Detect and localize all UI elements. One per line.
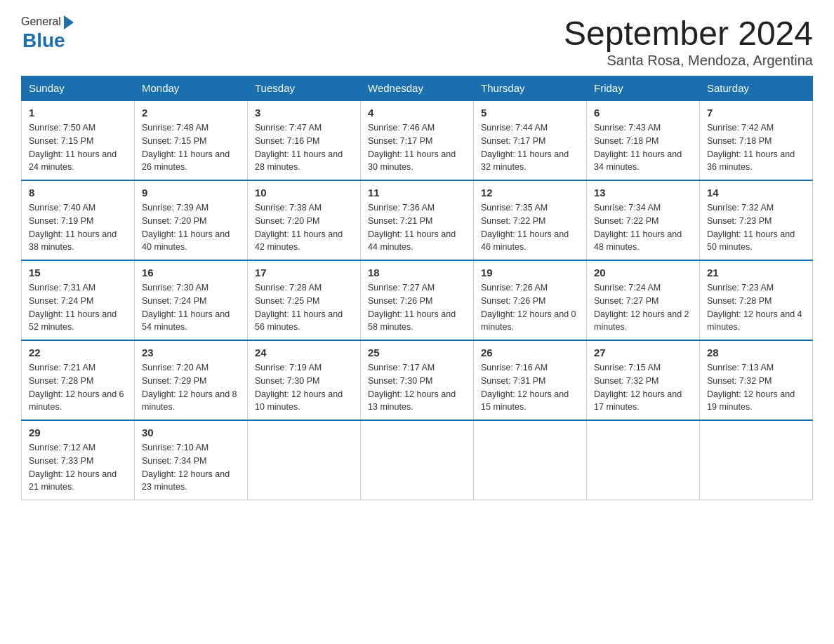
- day-info: Sunrise: 7:32 AMSunset: 7:23 PMDaylight:…: [707, 201, 805, 254]
- calendar-cell: 30 Sunrise: 7:10 AMSunset: 7:34 PMDaylig…: [135, 420, 248, 500]
- day-info: Sunrise: 7:21 AMSunset: 7:28 PMDaylight:…: [29, 361, 127, 414]
- day-number: 4: [368, 107, 466, 119]
- calendar-cell: 1 Sunrise: 7:50 AMSunset: 7:15 PMDayligh…: [22, 100, 135, 180]
- weekday-header-row: SundayMondayTuesdayWednesdayThursdayFrid…: [22, 76, 813, 101]
- day-number: 29: [29, 427, 127, 438]
- page-header: General Blue September 2024 Santa Rosa, …: [21, 14, 813, 69]
- weekday-header-sunday: Sunday: [22, 76, 135, 101]
- day-number: 15: [29, 267, 127, 279]
- calendar-cell: 6 Sunrise: 7:43 AMSunset: 7:18 PMDayligh…: [587, 100, 700, 180]
- calendar-cell: 2 Sunrise: 7:48 AMSunset: 7:15 PMDayligh…: [135, 100, 248, 180]
- day-info: Sunrise: 7:44 AMSunset: 7:17 PMDaylight:…: [481, 121, 579, 174]
- calendar-cell: 15 Sunrise: 7:31 AMSunset: 7:24 PMDaylig…: [22, 260, 135, 340]
- calendar-cell: 21 Sunrise: 7:23 AMSunset: 7:28 PMDaylig…: [700, 260, 813, 340]
- day-number: 2: [142, 107, 240, 119]
- calendar-cell: [361, 420, 474, 500]
- day-number: 13: [594, 187, 692, 199]
- day-number: 12: [481, 187, 579, 199]
- week-row-3: 15 Sunrise: 7:31 AMSunset: 7:24 PMDaylig…: [22, 260, 813, 340]
- calendar-cell: 24 Sunrise: 7:19 AMSunset: 7:30 PMDaylig…: [248, 340, 361, 420]
- calendar-cell: [248, 420, 361, 500]
- day-info: Sunrise: 7:16 AMSunset: 7:31 PMDaylight:…: [481, 361, 579, 414]
- weekday-header-tuesday: Tuesday: [248, 76, 361, 101]
- day-info: Sunrise: 7:12 AMSunset: 7:33 PMDaylight:…: [29, 441, 127, 494]
- calendar-cell: 29 Sunrise: 7:12 AMSunset: 7:33 PMDaylig…: [22, 420, 135, 500]
- day-number: 22: [29, 347, 127, 358]
- calendar-cell: 3 Sunrise: 7:47 AMSunset: 7:16 PMDayligh…: [248, 100, 361, 180]
- day-number: 10: [255, 187, 353, 199]
- day-number: 25: [368, 347, 466, 358]
- day-number: 14: [707, 187, 805, 199]
- day-number: 8: [29, 187, 127, 199]
- logo-arrow-icon: [64, 15, 74, 29]
- calendar-cell: 17 Sunrise: 7:28 AMSunset: 7:25 PMDaylig…: [248, 260, 361, 340]
- day-info: Sunrise: 7:42 AMSunset: 7:18 PMDaylight:…: [707, 121, 805, 174]
- day-number: 19: [481, 267, 579, 279]
- day-info: Sunrise: 7:43 AMSunset: 7:18 PMDaylight:…: [594, 121, 692, 174]
- weekday-header-thursday: Thursday: [474, 76, 587, 101]
- logo-blue-text: Blue: [22, 29, 65, 52]
- calendar-cell: 16 Sunrise: 7:30 AMSunset: 7:24 PMDaylig…: [135, 260, 248, 340]
- title-section: September 2024 Santa Rosa, Mendoza, Arge…: [564, 14, 813, 69]
- day-number: 7: [707, 107, 805, 119]
- calendar-cell: [474, 420, 587, 500]
- day-number: 18: [368, 267, 466, 279]
- month-title: September 2024: [564, 14, 813, 53]
- calendar-cell: 27 Sunrise: 7:15 AMSunset: 7:32 PMDaylig…: [587, 340, 700, 420]
- calendar-cell: 22 Sunrise: 7:21 AMSunset: 7:28 PMDaylig…: [22, 340, 135, 420]
- day-info: Sunrise: 7:34 AMSunset: 7:22 PMDaylight:…: [594, 201, 692, 254]
- calendar-cell: 5 Sunrise: 7:44 AMSunset: 7:17 PMDayligh…: [474, 100, 587, 180]
- calendar-cell: 14 Sunrise: 7:32 AMSunset: 7:23 PMDaylig…: [700, 180, 813, 260]
- day-info: Sunrise: 7:40 AMSunset: 7:19 PMDaylight:…: [29, 201, 127, 254]
- weekday-header-saturday: Saturday: [700, 76, 813, 101]
- location-subtitle: Santa Rosa, Mendoza, Argentina: [564, 53, 813, 69]
- calendar-cell: [700, 420, 813, 500]
- day-info: Sunrise: 7:36 AMSunset: 7:21 PMDaylight:…: [368, 201, 466, 254]
- calendar-cell: 9 Sunrise: 7:39 AMSunset: 7:20 PMDayligh…: [135, 180, 248, 260]
- day-number: 20: [594, 267, 692, 279]
- day-info: Sunrise: 7:15 AMSunset: 7:32 PMDaylight:…: [594, 361, 692, 414]
- day-info: Sunrise: 7:35 AMSunset: 7:22 PMDaylight:…: [481, 201, 579, 254]
- day-info: Sunrise: 7:47 AMSunset: 7:16 PMDaylight:…: [255, 121, 353, 174]
- day-number: 30: [142, 427, 240, 438]
- week-row-5: 29 Sunrise: 7:12 AMSunset: 7:33 PMDaylig…: [22, 420, 813, 500]
- logo-general-text: General: [21, 15, 61, 28]
- calendar-cell: 13 Sunrise: 7:34 AMSunset: 7:22 PMDaylig…: [587, 180, 700, 260]
- calendar-cell: 23 Sunrise: 7:20 AMSunset: 7:29 PMDaylig…: [135, 340, 248, 420]
- day-info: Sunrise: 7:10 AMSunset: 7:34 PMDaylight:…: [142, 441, 240, 494]
- logo: General Blue: [21, 14, 74, 52]
- day-number: 16: [142, 267, 240, 279]
- day-number: 1: [29, 107, 127, 119]
- day-info: Sunrise: 7:30 AMSunset: 7:24 PMDaylight:…: [142, 281, 240, 334]
- week-row-4: 22 Sunrise: 7:21 AMSunset: 7:28 PMDaylig…: [22, 340, 813, 420]
- day-info: Sunrise: 7:31 AMSunset: 7:24 PMDaylight:…: [29, 281, 127, 334]
- day-number: 9: [142, 187, 240, 199]
- calendar-cell: [587, 420, 700, 500]
- calendar-cell: 26 Sunrise: 7:16 AMSunset: 7:31 PMDaylig…: [474, 340, 587, 420]
- day-info: Sunrise: 7:50 AMSunset: 7:15 PMDaylight:…: [29, 121, 127, 174]
- day-number: 11: [368, 187, 466, 199]
- day-number: 26: [481, 347, 579, 358]
- calendar-cell: 20 Sunrise: 7:24 AMSunset: 7:27 PMDaylig…: [587, 260, 700, 340]
- calendar-cell: 7 Sunrise: 7:42 AMSunset: 7:18 PMDayligh…: [700, 100, 813, 180]
- day-info: Sunrise: 7:24 AMSunset: 7:27 PMDaylight:…: [594, 281, 692, 334]
- weekday-header-wednesday: Wednesday: [361, 76, 474, 101]
- calendar-cell: 19 Sunrise: 7:26 AMSunset: 7:26 PMDaylig…: [474, 260, 587, 340]
- day-number: 6: [594, 107, 692, 119]
- day-number: 21: [707, 267, 805, 279]
- calendar-cell: 18 Sunrise: 7:27 AMSunset: 7:26 PMDaylig…: [361, 260, 474, 340]
- day-info: Sunrise: 7:48 AMSunset: 7:15 PMDaylight:…: [142, 121, 240, 174]
- day-number: 28: [707, 347, 805, 358]
- day-info: Sunrise: 7:23 AMSunset: 7:28 PMDaylight:…: [707, 281, 805, 334]
- day-number: 17: [255, 267, 353, 279]
- day-info: Sunrise: 7:46 AMSunset: 7:17 PMDaylight:…: [368, 121, 466, 174]
- day-number: 5: [481, 107, 579, 119]
- day-info: Sunrise: 7:39 AMSunset: 7:20 PMDaylight:…: [142, 201, 240, 254]
- weekday-header-friday: Friday: [587, 76, 700, 101]
- day-info: Sunrise: 7:28 AMSunset: 7:25 PMDaylight:…: [255, 281, 353, 334]
- calendar-cell: 12 Sunrise: 7:35 AMSunset: 7:22 PMDaylig…: [474, 180, 587, 260]
- calendar-table: SundayMondayTuesdayWednesdayThursdayFrid…: [21, 76, 813, 500]
- week-row-1: 1 Sunrise: 7:50 AMSunset: 7:15 PMDayligh…: [22, 100, 813, 180]
- calendar-cell: 11 Sunrise: 7:36 AMSunset: 7:21 PMDaylig…: [361, 180, 474, 260]
- day-number: 3: [255, 107, 353, 119]
